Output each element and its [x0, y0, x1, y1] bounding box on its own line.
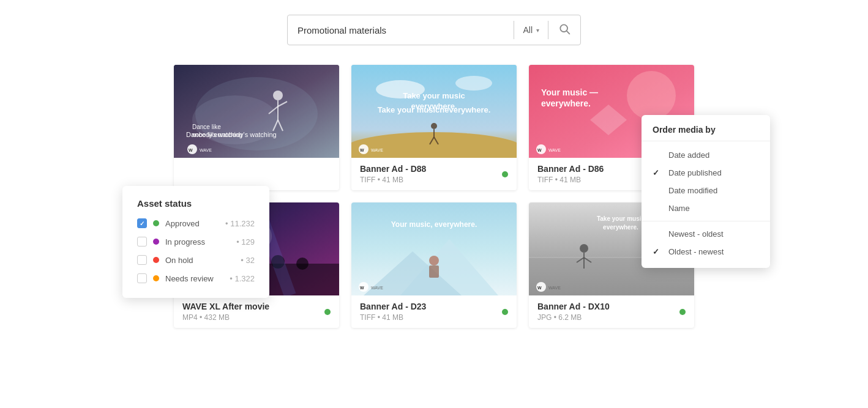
search-input[interactable]	[288, 25, 514, 35]
checkbox-needsreview[interactable]	[137, 273, 147, 283]
svg-point-5	[273, 91, 283, 100]
search-container: All ▾	[0, 0, 868, 65]
card-title-3: Banner Ad - D86	[537, 164, 604, 174]
svg-point-0	[560, 24, 567, 32]
asset-status-title: Asset status	[137, 198, 255, 209]
svg-text:everywhere.: everywhere.	[411, 102, 457, 111]
svg-text:nobody's watching: nobody's watching	[192, 132, 242, 138]
svg-text:Your music —: Your music —	[541, 87, 598, 97]
svg-point-51	[429, 256, 439, 265]
order-divider-2	[642, 221, 770, 221]
svg-text:W: W	[189, 148, 193, 152]
media-info-6: Banner Ad - DX10 JPG • 6.2 MB	[529, 295, 694, 328]
count-inprogress: • 129	[236, 237, 255, 247]
svg-point-4	[192, 95, 278, 144]
order-item-date-modified[interactable]: Date modified	[642, 182, 770, 199]
card-title-6: Banner Ad - DX10	[537, 302, 610, 311]
thumbnail-5: Your music, everywhere. W WAVE	[351, 202, 517, 295]
check-name	[653, 204, 662, 213]
card-title-2: Banner Ad - D88	[360, 164, 426, 174]
svg-text:WAVE: WAVE	[548, 148, 561, 152]
search-button[interactable]	[548, 23, 580, 38]
thumbnail-2: Take your music everywhere. W WAVE	[351, 65, 517, 158]
card-title-5: Banner Ad - D23	[360, 302, 426, 311]
check-date-added	[653, 150, 662, 160]
svg-text:WAVE: WAVE	[548, 286, 561, 290]
checkbox-approved[interactable]	[137, 218, 147, 228]
status-item-onhold[interactable]: On hold • 32	[137, 255, 255, 265]
filter-label: All	[523, 25, 533, 35]
dot-needsreview	[153, 275, 159, 281]
svg-text:WAVE: WAVE	[371, 286, 383, 290]
order-item-newest-oldest[interactable]: Newest - oldest	[642, 225, 770, 243]
status-dot-5	[502, 309, 508, 315]
svg-rect-52	[429, 265, 439, 278]
svg-text:Dance like: Dance like	[192, 124, 221, 130]
status-item-needsreview[interactable]: Needs review • 1.322	[137, 273, 255, 283]
svg-point-30	[627, 71, 676, 120]
status-item-inprogress[interactable]: In progress • 129	[137, 237, 255, 247]
label-date-added: Date added	[668, 150, 709, 160]
media-card-2[interactable]: Take your music everywhere. W WAVE	[351, 65, 517, 190]
svg-point-43	[296, 258, 309, 270]
thumbnail-1: Dance like nobody's watching W WAVE	[174, 65, 339, 158]
svg-line-1	[567, 31, 569, 34]
svg-text:W: W	[360, 286, 364, 290]
svg-point-18	[455, 76, 492, 91]
svg-text:W: W	[360, 148, 364, 152]
status-dot-4	[324, 309, 331, 315]
label-onhold: On hold	[165, 256, 234, 265]
search-filter-dropdown[interactable]: All ▾	[514, 25, 548, 35]
card-meta-5: TIFF • 41 MB	[360, 313, 426, 322]
svg-text:everywhere.: everywhere.	[603, 224, 638, 231]
label-name: Name	[668, 204, 690, 213]
search-bar: All ▾	[287, 15, 581, 45]
status-item-approved[interactable]: Approved • 11.232	[137, 218, 255, 228]
media-info-5: Banner Ad - D23 TIFF • 41 MB	[351, 295, 517, 328]
label-newest-oldest: Newest - oldest	[668, 229, 724, 239]
order-divider-1	[642, 141, 770, 141]
dot-approved	[153, 220, 159, 226]
media-card-1[interactable]: Dance like nobody's watching W WAVE	[174, 65, 339, 190]
svg-text:W: W	[537, 148, 542, 152]
svg-text:Take your music: Take your music	[403, 91, 465, 100]
svg-text:WAVE: WAVE	[371, 148, 383, 152]
card-meta-4: MP4 • 432 MB	[182, 313, 269, 322]
media-info-2: Banner Ad - D88 TIFF • 41 MB	[351, 158, 517, 190]
checkbox-onhold[interactable]	[137, 255, 147, 265]
chevron-down-icon: ▾	[536, 27, 539, 34]
card-title-4: WAVE XL After movie	[182, 302, 269, 311]
label-oldest-newest: Oldest - newest	[668, 247, 724, 256]
count-needsreview: • 1.322	[230, 274, 255, 283]
dot-inprogress	[153, 239, 159, 245]
card-meta-6: JPG • 6.2 MB	[537, 313, 610, 322]
label-date-published: Date published	[668, 168, 722, 177]
dot-onhold	[153, 257, 159, 263]
media-card-5[interactable]: Your music, everywhere. W WAVE Banner Ad…	[351, 202, 517, 328]
order-media-panel: Order media by Date added ✓ Date publish…	[642, 115, 770, 268]
svg-point-59	[580, 244, 588, 253]
status-dot-2	[502, 171, 508, 177]
order-item-date-published[interactable]: ✓ Date published	[642, 164, 770, 182]
order-item-oldest-newest[interactable]: ✓ Oldest - newest	[642, 243, 770, 261]
check-date-published: ✓	[653, 168, 662, 177]
svg-text:Your music, everywhere.: Your music, everywhere.	[391, 220, 477, 229]
label-inprogress: In progress	[165, 237, 230, 247]
order-item-name[interactable]: Name	[642, 199, 770, 217]
check-oldest-newest: ✓	[653, 247, 662, 256]
label-needsreview: Needs review	[165, 274, 223, 283]
check-newest-oldest	[653, 229, 662, 239]
label-date-modified: Date modified	[668, 186, 717, 195]
check-date-modified	[653, 186, 662, 195]
svg-text:everywhere.: everywhere.	[541, 98, 591, 108]
svg-text:Take your music: Take your music	[597, 215, 645, 222]
checkbox-inprogress[interactable]	[137, 237, 147, 247]
card-meta-2: TIFF • 41 MB	[360, 176, 426, 184]
card-meta-3: TIFF • 41 MB	[537, 176, 604, 184]
order-item-date-added[interactable]: Date added	[642, 146, 770, 164]
count-approved: • 11.232	[225, 219, 255, 228]
order-media-title: Order media by	[642, 125, 770, 141]
svg-text:W: W	[537, 286, 542, 290]
search-icon	[558, 23, 571, 35]
label-approved: Approved	[165, 219, 219, 228]
